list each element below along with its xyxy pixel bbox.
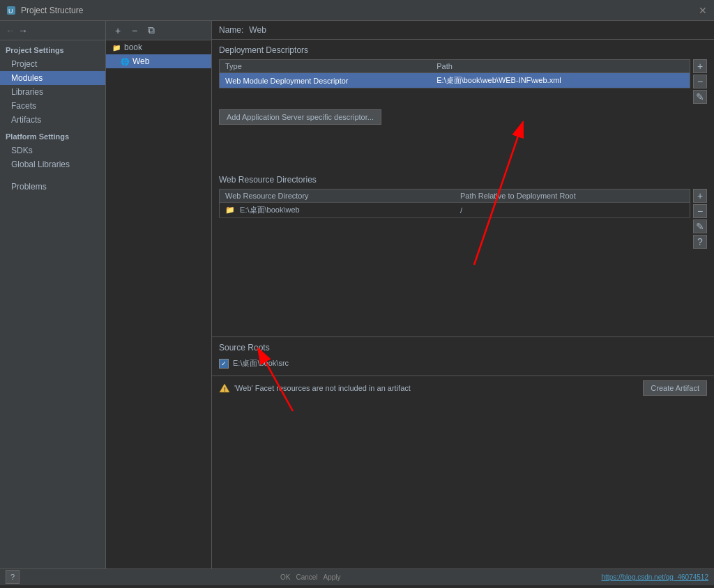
sidebar-item-problems[interactable]: Problems <box>0 180 105 194</box>
edit-web-resource-button[interactable]: ✎ <box>693 219 707 233</box>
web-module-icon: 🌐 <box>120 56 130 66</box>
tree-toolbar: + − ⧉ <box>106 21 211 40</box>
name-row: Name: Web <box>212 21 714 40</box>
source-roots-section: Source Roots E:\桌面\book\src <box>212 336 714 376</box>
name-value: Web <box>249 25 266 35</box>
tree-node-web[interactable]: 🌐 Web <box>106 54 211 68</box>
table-row[interactable]: Web Module Deployment Descriptor E:\桌面\b… <box>220 73 690 88</box>
tree-node-book-label: book <box>124 42 142 52</box>
project-settings-heading: Project Settings <box>0 40 105 57</box>
deployment-descriptors-table: Type Path Web Module Deployment Descript… <box>219 59 690 88</box>
copy-module-button[interactable]: ⧉ <box>145 24 158 36</box>
web-resource-side-buttons: + − ✎ ? <box>693 189 707 250</box>
source-root-path: E:\桌面\book\src <box>233 358 289 369</box>
web-resource-path-header: Path Relative to Deployment Root <box>455 189 690 203</box>
warning-text: 'Web' Facet resources are not included i… <box>234 384 643 392</box>
descriptor-path: E:\桌面\book\web\WEB-INF\web.xml <box>431 73 690 88</box>
web-resource-table-wrapper: Web Resource Directory Path Relative to … <box>219 189 707 250</box>
right-panel: Name: Web Deployment Descriptors <box>212 21 714 568</box>
bottom-bar: ? OK Cancel Apply https://blog.csdn.net/… <box>0 568 714 585</box>
facets-label: Facets <box>11 101 36 111</box>
add-descriptor-button[interactable]: + <box>693 59 707 73</box>
modules-label: Modules <box>11 73 43 83</box>
deployment-descriptors-table-container: Type Path Web Module Deployment Descript… <box>219 59 707 105</box>
web-resource-dir-header: Web Resource Directory <box>220 189 455 203</box>
sidebar-item-modules[interactable]: Modules <box>0 71 105 85</box>
project-label: Project <box>11 59 37 69</box>
bottom-link[interactable]: https://blog.csdn.net/qq_46074512 <box>602 573 708 581</box>
add-module-button[interactable]: + <box>112 25 124 36</box>
svg-text:U: U <box>8 8 13 15</box>
web-resource-rel-path: / <box>455 203 690 218</box>
sidebar-item-global-libraries[interactable]: Global Libraries <box>0 157 105 171</box>
sidebar-item-project[interactable]: Project <box>0 57 105 71</box>
deployment-descriptors-section: Deployment Descriptors Type Path <box>212 40 714 127</box>
ok-label: OK <box>280 573 290 581</box>
svg-text:!: ! <box>224 386 226 393</box>
title-bar: U Project Structure ✕ <box>0 0 714 21</box>
web-resource-table: Web Resource Directory Path Relative to … <box>219 189 690 218</box>
source-root-item[interactable]: E:\桌面\book\src <box>219 357 707 370</box>
web-dir-path: E:\桌面\book\web <box>240 206 300 214</box>
web-resource-section: Web Resource Directories Web Resource Di… <box>212 169 714 253</box>
warning-icon: ! <box>219 382 230 394</box>
remove-module-button[interactable]: − <box>128 25 141 36</box>
path-column-header: Path <box>431 60 690 73</box>
table-row[interactable]: 📁 E:\桌面\book\web / <box>220 203 690 218</box>
web-resource-dir: 📁 E:\桌面\book\web <box>220 203 455 218</box>
sidebar-item-libraries[interactable]: Libraries <box>0 85 105 99</box>
problems-label: Problems <box>11 182 47 192</box>
content-area: + − ⧉ 📁 book 🌐 Web <box>106 21 714 568</box>
nav-arrows: ← → <box>0 21 105 40</box>
apply-label: Apply <box>324 573 341 581</box>
source-roots-title: Source Roots <box>219 343 707 353</box>
deployment-descriptors-title: Deployment Descriptors <box>219 45 707 55</box>
content-scroll[interactable]: Deployment Descriptors Type Path <box>212 40 714 568</box>
web-resource-title: Web Resource Directories <box>219 175 707 185</box>
sidebar-item-facets[interactable]: Facets <box>0 99 105 113</box>
add-web-resource-button[interactable]: + <box>693 189 707 203</box>
remove-descriptor-button[interactable]: − <box>693 75 707 88</box>
window-title: Project Structure <box>21 6 708 15</box>
name-label: Name: <box>219 25 243 35</box>
libraries-label: Libraries <box>11 87 43 97</box>
remove-web-resource-button[interactable]: − <box>693 204 707 218</box>
forward-button[interactable]: → <box>18 25 28 36</box>
book-folder-icon: 📁 <box>112 42 121 52</box>
app-icon: U <box>6 5 17 16</box>
tree-node-web-label: Web <box>132 56 149 66</box>
create-artifact-button[interactable]: Create Artifact <box>643 380 707 396</box>
type-column-header: Type <box>220 60 432 73</box>
descriptor-type: Web Module Deployment Descriptor <box>220 73 432 88</box>
cancel-label: Cancel <box>296 573 317 581</box>
add-server-descriptor-button[interactable]: Add Application Server specific descript… <box>219 109 381 125</box>
sidebar: ← → Project Settings Project Modules Lib… <box>0 21 106 568</box>
back-button[interactable]: ← <box>6 25 15 36</box>
web-dir-icon: 📁 <box>225 206 235 214</box>
edit-descriptor-button[interactable]: ✎ <box>693 90 707 104</box>
sdks-label: SDKs <box>11 146 33 155</box>
help-web-resource-button[interactable]: ? <box>693 235 707 249</box>
help-button[interactable]: ? <box>6 570 20 584</box>
tree-node-book[interactable]: 📁 book <box>106 40 211 54</box>
descriptor-side-buttons: + − ✎ <box>693 59 707 105</box>
close-button[interactable]: ✕ <box>699 5 707 16</box>
sidebar-item-sdks[interactable]: SDKs <box>0 144 105 157</box>
sidebar-item-artifacts[interactable]: Artifacts <box>0 113 105 127</box>
global-libraries-label: Global Libraries <box>11 160 70 169</box>
module-tree: + − ⧉ 📁 book 🌐 Web <box>106 21 212 568</box>
platform-settings-heading: Platform Settings <box>0 127 105 144</box>
artifacts-label: Artifacts <box>11 115 41 125</box>
warning-bar: ! 'Web' Facet resources are not included… <box>212 376 714 400</box>
checkbox-checked-icon <box>219 359 229 369</box>
